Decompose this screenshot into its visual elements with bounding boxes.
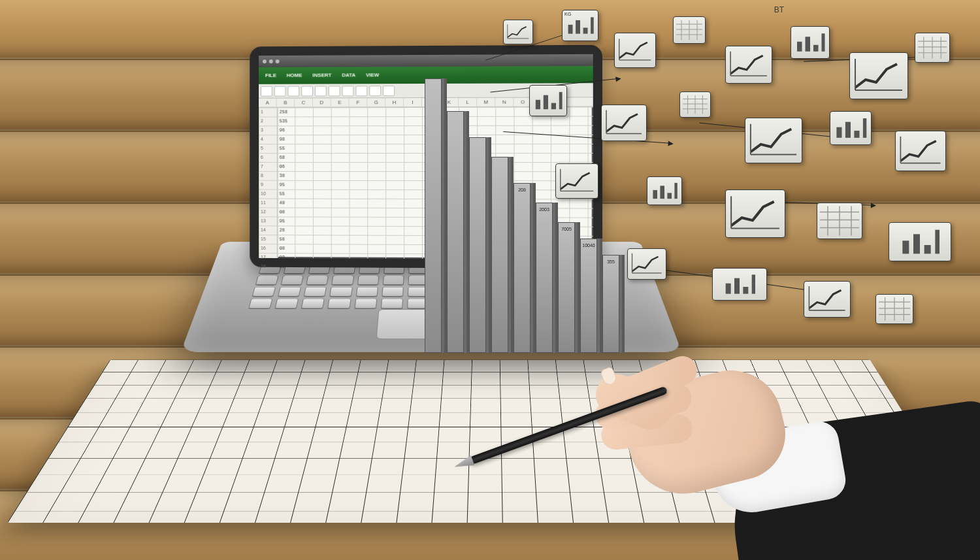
chart-thumbnail xyxy=(725,46,772,84)
chart-thumbnail: KG xyxy=(562,10,598,41)
hand-with-pen xyxy=(614,325,980,560)
svg-rect-68 xyxy=(726,284,731,294)
svg-rect-52 xyxy=(667,193,672,199)
chart-thumbnail xyxy=(725,189,785,238)
svg-rect-31 xyxy=(559,92,563,109)
chart-thumbnail xyxy=(817,203,862,239)
chart-thumbnail xyxy=(889,222,951,261)
chart-thumbnail xyxy=(614,33,656,68)
chart-thumbnail xyxy=(627,248,666,280)
chart-thumbnail xyxy=(791,26,830,59)
svg-rect-50 xyxy=(653,190,657,199)
chart-thumbnail xyxy=(503,20,533,44)
svg-rect-30 xyxy=(551,103,556,110)
chart-thumbnail xyxy=(895,131,946,171)
chart-thumbnail xyxy=(849,52,908,99)
floating-charts-cloud: KG xyxy=(464,7,973,346)
svg-rect-16 xyxy=(797,42,802,52)
svg-rect-19 xyxy=(822,33,825,52)
chart-thumbnail xyxy=(679,91,711,118)
chart-thumbnail xyxy=(712,268,767,301)
chart-thumbnail xyxy=(915,33,950,63)
svg-rect-17 xyxy=(806,37,811,52)
chart-thumbnail xyxy=(804,281,851,318)
svg-rect-53 xyxy=(674,183,677,199)
svg-rect-63 xyxy=(913,234,920,254)
svg-rect-2 xyxy=(568,25,573,34)
svg-rect-65 xyxy=(935,230,939,254)
illustration-scene: FILEHOMEINSERTDATAVIEW ABCDEFGHIJKLMNOP … xyxy=(0,0,980,560)
svg-rect-42 xyxy=(836,127,841,138)
svg-rect-71 xyxy=(752,274,755,293)
chart-thumbnail xyxy=(601,105,647,141)
chart-thumbnail xyxy=(555,163,598,199)
svg-rect-51 xyxy=(660,186,664,199)
svg-rect-3 xyxy=(576,20,580,34)
svg-rect-44 xyxy=(854,131,859,138)
chart-thumbnail xyxy=(673,16,706,44)
corner-label: BT xyxy=(774,5,784,14)
svg-rect-18 xyxy=(813,45,819,52)
svg-rect-4 xyxy=(583,27,588,33)
svg-rect-29 xyxy=(544,95,548,110)
chart-thumbnail xyxy=(647,176,682,205)
svg-rect-43 xyxy=(845,122,851,138)
svg-rect-70 xyxy=(743,287,748,294)
svg-rect-62 xyxy=(902,240,909,254)
svg-rect-45 xyxy=(863,118,866,138)
chart-thumbnail xyxy=(830,111,872,145)
chart-thumbnail xyxy=(875,294,913,324)
chart-thumbnail xyxy=(529,85,567,116)
svg-rect-28 xyxy=(536,100,540,109)
svg-rect-64 xyxy=(924,245,931,254)
svg-rect-5 xyxy=(591,17,594,33)
chart-thumbnail xyxy=(745,118,802,163)
svg-rect-69 xyxy=(734,278,740,294)
